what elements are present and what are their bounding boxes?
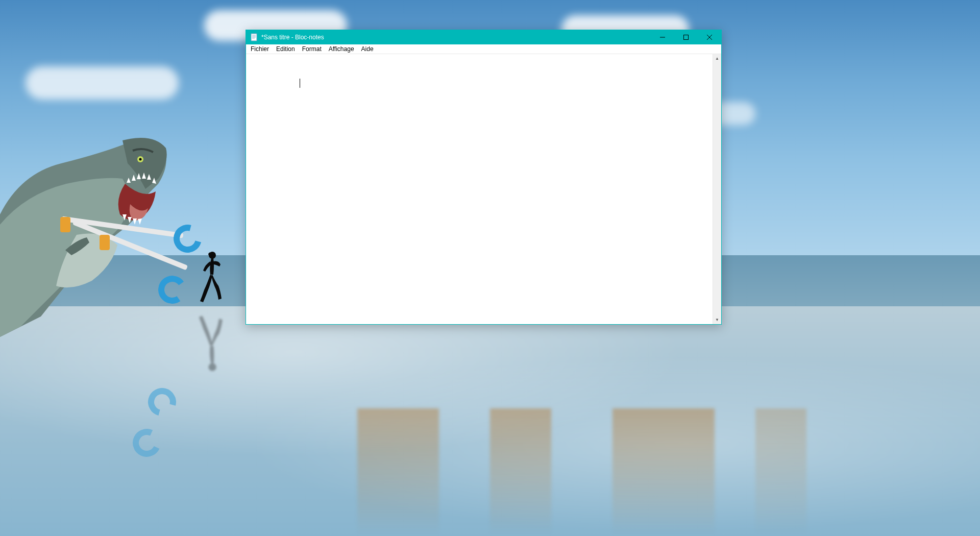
editor-area: ▲ ▼ [246,54,721,324]
text-cursor [300,79,300,88]
runner-reflection [197,311,227,373]
svg-point-13 [208,363,216,371]
svg-marker-10 [133,218,137,225]
minimize-button[interactable] [651,30,674,44]
titlebar[interactable]: *Sans titre - Bloc-notes [246,30,721,44]
notepad-window: *Sans titre - Bloc-notes Fichier Edition… [246,30,722,325]
beach [0,306,980,536]
menubar: Fichier Edition Format Affichage Aide [246,44,721,54]
svg-point-1 [139,158,142,161]
close-button[interactable] [698,30,721,44]
menu-format[interactable]: Format [299,45,325,53]
grabber-grip [100,235,110,250]
svg-marker-11 [138,218,142,225]
cloud [26,66,179,100]
runner-silhouette [199,250,225,306]
scroll-down-arrow-icon[interactable]: ▼ [713,315,721,324]
window-title: *Sans titre - Bloc-notes [261,34,324,41]
grabber-grip [60,217,70,232]
scroll-up-arrow-icon[interactable]: ▲ [713,54,721,63]
vertical-scrollbar[interactable]: ▲ ▼ [713,54,721,324]
text-editor[interactable] [246,54,713,324]
notepad-icon [250,33,258,41]
menu-affichage[interactable]: Affichage [325,45,358,53]
menu-aide[interactable]: Aide [358,45,377,53]
maximize-button[interactable] [674,30,698,44]
menu-edition[interactable]: Edition [273,45,299,53]
menu-fichier[interactable]: Fichier [247,45,273,53]
svg-rect-20 [684,35,689,40]
desktop-background: *Sans titre - Bloc-notes Fichier Edition… [0,0,980,536]
